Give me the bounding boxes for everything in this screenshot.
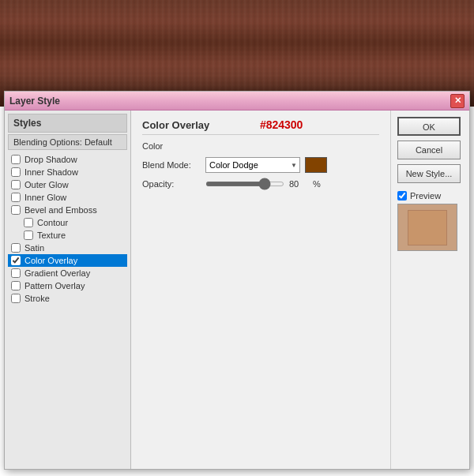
bevel-emboss-checkbox[interactable] (11, 205, 21, 215)
style-item-contour[interactable]: Contour (8, 216, 127, 229)
blend-mode-select-wrap: Color Dodge Normal Screen Multiply Overl… (205, 157, 300, 173)
style-item-inner-shadow[interactable]: Inner Shadow (8, 166, 127, 178)
satin-label: Satin (24, 243, 44, 253)
preview-label-text: Preview (410, 191, 441, 201)
outer-glow-label: Outer Glow (24, 180, 69, 189)
close-button[interactable]: ✕ (450, 94, 465, 108)
style-item-pattern-overlay[interactable]: Pattern Overlay (8, 279, 127, 292)
blending-options-item[interactable]: Blending Options: Default (8, 134, 127, 150)
gradient-overlay-label: Gradient Overlay (24, 268, 90, 278)
style-item-outer-glow[interactable]: Outer Glow (8, 178, 127, 191)
color-overlay-checkbox[interactable] (11, 256, 21, 265)
new-style-button[interactable]: New Style... (397, 164, 461, 183)
opacity-row: Opacity: 80 % (142, 179, 379, 189)
ok-button[interactable]: OK (397, 117, 461, 136)
texture-checkbox[interactable] (24, 231, 33, 240)
color-hex-value: #824300 (260, 118, 303, 131)
style-item-bevel-emboss[interactable]: Bevel and Emboss (8, 204, 127, 216)
preview-section: Preview (397, 191, 463, 251)
inner-glow-checkbox[interactable] (11, 193, 21, 202)
texture-label: Texture (37, 231, 66, 240)
color-swatch[interactable] (305, 157, 327, 173)
opacity-slider-wrap: 80 % (205, 179, 321, 189)
style-item-color-overlay[interactable]: Color Overlay (8, 254, 127, 267)
satin-checkbox[interactable] (11, 243, 21, 253)
blend-mode-row: Blend Mode: Color Dodge Normal Screen Mu… (142, 157, 379, 173)
cancel-button[interactable]: Cancel (397, 141, 461, 159)
main-content: Color Overlay #824300 Color Blend Mode: … (131, 111, 390, 469)
color-label: Color (142, 141, 205, 151)
style-item-stroke[interactable]: Stroke (8, 292, 127, 305)
stroke-checkbox[interactable] (11, 294, 21, 303)
style-item-satin[interactable]: Satin (8, 242, 127, 254)
inner-shadow-label: Inner Shadow (24, 167, 78, 177)
pattern-overlay-checkbox[interactable] (11, 281, 21, 290)
style-item-drop-shadow[interactable]: Drop Shadow (8, 153, 127, 166)
right-panel: OK Cancel New Style... Preview (390, 111, 469, 469)
outer-glow-checkbox[interactable] (11, 180, 21, 189)
opacity-value: 80 (289, 179, 308, 189)
contour-label: Contour (37, 218, 68, 227)
inner-glow-label: Inner Glow (24, 193, 66, 202)
inner-shadow-checkbox[interactable] (11, 167, 21, 177)
section-title: Color Overlay #824300 (142, 118, 379, 135)
styles-header[interactable]: Styles (8, 114, 127, 133)
title-bar: Layer Style ✕ (5, 92, 469, 111)
bevel-emboss-label: Bevel and Emboss (24, 205, 97, 215)
drop-shadow-label: Drop Shadow (24, 155, 77, 164)
style-item-gradient-overlay[interactable]: Gradient Overlay (8, 267, 127, 279)
preview-inner (408, 210, 447, 245)
styles-panel: Styles Blending Options: Default Drop Sh… (5, 111, 131, 469)
preview-label-row: Preview (397, 191, 463, 201)
color-overlay-label: Color Overlay (24, 256, 77, 265)
blend-mode-select[interactable]: Color Dodge Normal Screen Multiply Overl… (205, 157, 300, 173)
dialog-title: Layer Style (9, 96, 60, 107)
preview-box (397, 204, 457, 251)
stroke-label: Stroke (24, 294, 50, 303)
pattern-overlay-label: Pattern Overlay (24, 281, 85, 290)
opacity-percent: % (313, 179, 321, 189)
style-item-texture[interactable]: Texture (8, 229, 127, 242)
gradient-overlay-checkbox[interactable] (11, 268, 21, 278)
blend-mode-label: Blend Mode: (142, 160, 205, 170)
dialog-body: Styles Blending Options: Default Drop Sh… (5, 111, 469, 469)
opacity-label: Opacity: (142, 179, 205, 189)
layer-style-dialog: Layer Style ✕ Styles Blending Options: D… (4, 91, 470, 470)
color-row: Color (142, 141, 379, 151)
preview-checkbox[interactable] (397, 191, 407, 201)
opacity-slider[interactable] (205, 182, 284, 186)
contour-checkbox[interactable] (24, 218, 33, 227)
drop-shadow-checkbox[interactable] (11, 155, 21, 164)
style-item-inner-glow[interactable]: Inner Glow (8, 191, 127, 204)
